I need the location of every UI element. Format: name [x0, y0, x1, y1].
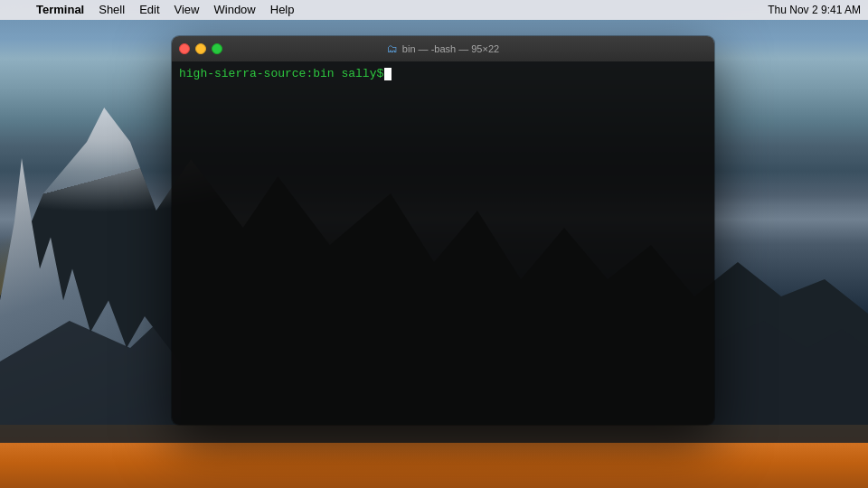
terminal-window: 🗂 bin — -bash — 95×22 high-sierra-source… — [172, 36, 714, 425]
traffic-lights — [179, 43, 222, 54]
folder-icon: 🗂 — [387, 42, 398, 55]
apple-menu[interactable] — [7, 0, 22, 20]
menu-terminal[interactable]: Terminal — [29, 0, 91, 20]
close-button[interactable] — [179, 43, 190, 54]
terminal-body[interactable]: high-sierra-source:bin sally$ — [172, 61, 714, 425]
minimize-button[interactable] — [195, 43, 206, 54]
menu-help[interactable]: Help — [263, 0, 302, 20]
terminal-title: 🗂 bin — -bash — 95×22 — [387, 42, 499, 55]
terminal-cursor — [384, 68, 392, 80]
terminal-prompt-line: high-sierra-source:bin sally$ — [179, 67, 707, 80]
terminal-title-text: bin — -bash — 95×22 — [402, 43, 499, 54]
maximize-button[interactable] — [212, 43, 222, 54]
menubar: Terminal Shell Edit View Window Help Thu… — [0, 0, 868, 20]
menu-window[interactable]: Window — [207, 0, 263, 20]
ground-decoration — [0, 425, 868, 488]
menubar-right: Thu Nov 2 9:41 AM — [768, 4, 861, 16]
menu-edit[interactable]: Edit — [132, 0, 166, 20]
menu-shell[interactable]: Shell — [91, 0, 132, 20]
mountain-decoration — [0, 127, 181, 443]
prompt-text: high-sierra-source:bin sally$ — [179, 67, 383, 80]
terminal-titlebar: 🗂 bin — -bash — 95×22 — [172, 36, 714, 61]
menu-clock: Thu Nov 2 9:41 AM — [768, 4, 861, 16]
menu-view[interactable]: View — [167, 0, 207, 20]
